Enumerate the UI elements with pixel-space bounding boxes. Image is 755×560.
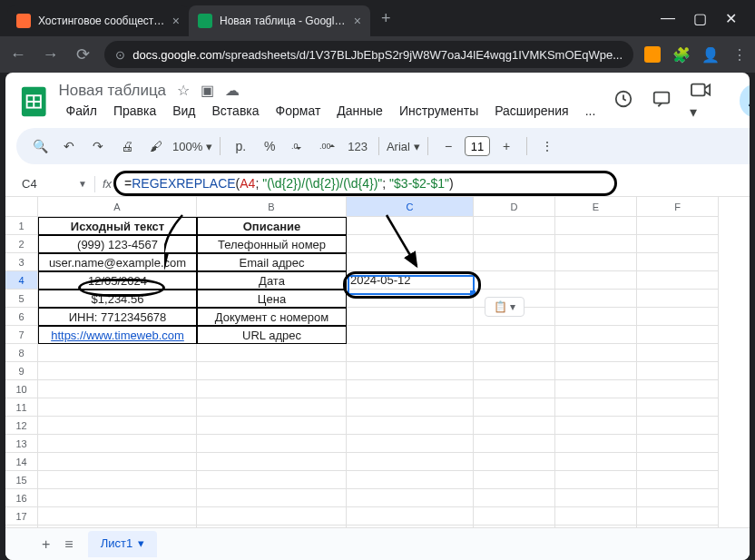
select-all-corner[interactable]: [5, 197, 38, 217]
row-header[interactable]: 15: [5, 471, 38, 489]
cell[interactable]: [38, 417, 197, 435]
percent-button[interactable]: %: [257, 133, 282, 159]
cloud-icon[interactable]: ☁: [225, 82, 240, 99]
close-icon[interactable]: ×: [172, 14, 180, 28]
cell[interactable]: [38, 380, 197, 398]
cell[interactable]: Телефонный номер: [197, 235, 347, 253]
cell[interactable]: [637, 235, 719, 253]
cell[interactable]: [347, 362, 474, 380]
cell[interactable]: [474, 271, 555, 290]
cell[interactable]: [555, 507, 637, 526]
cell[interactable]: [555, 271, 637, 290]
cell[interactable]: [474, 235, 555, 253]
new-tab-button[interactable]: +: [370, 9, 402, 28]
forward-icon[interactable]: →: [40, 45, 62, 64]
cell[interactable]: [347, 398, 474, 417]
column-header[interactable]: D: [474, 197, 555, 217]
cell[interactable]: [555, 362, 637, 380]
cell[interactable]: [637, 253, 719, 271]
sheet-tab[interactable]: Лист1 ▾: [88, 531, 157, 557]
cell[interactable]: [637, 471, 719, 489]
meet-icon[interactable]: ▾: [690, 80, 721, 121]
cell[interactable]: [474, 253, 555, 271]
row-header[interactable]: 12: [5, 417, 38, 435]
more-toolbar-icon[interactable]: ⋮: [534, 133, 560, 159]
cell[interactable]: [555, 489, 637, 507]
url-input[interactable]: ⊙ docs.google.com/spreadsheets/d/1V37BLJ…: [104, 41, 633, 68]
menu-icon[interactable]: ⋮: [731, 46, 748, 63]
undo-icon[interactable]: ↶: [56, 133, 82, 159]
cell[interactable]: [347, 507, 474, 526]
menu-file[interactable]: Файл: [58, 102, 103, 120]
cell[interactable]: [197, 507, 347, 526]
cell[interactable]: [474, 326, 555, 344]
cell[interactable]: [197, 362, 347, 380]
cell[interactable]: [38, 507, 197, 526]
cell[interactable]: [347, 308, 474, 326]
browser-tab-2[interactable]: Новая таблица - Google Табли... ×: [189, 5, 370, 36]
cell[interactable]: [555, 471, 637, 489]
cell[interactable]: [347, 453, 474, 471]
cell[interactable]: [197, 398, 347, 417]
cell[interactable]: [555, 398, 637, 417]
decrease-font-button[interactable]: −: [436, 133, 461, 159]
row-header[interactable]: 1: [5, 217, 38, 235]
cell[interactable]: [555, 308, 637, 326]
cell[interactable]: [637, 217, 719, 235]
cell[interactable]: [637, 380, 719, 398]
cell[interactable]: [474, 398, 555, 417]
row-header[interactable]: 13: [5, 435, 38, 453]
row-header[interactable]: 2: [5, 235, 38, 253]
row-header[interactable]: 11: [5, 398, 38, 417]
cell[interactable]: [637, 308, 719, 326]
cell[interactable]: (999) 123-4567: [38, 235, 197, 253]
cell[interactable]: [347, 417, 474, 435]
row-header[interactable]: 7: [5, 326, 38, 344]
paste-options-button[interactable]: 📋 ▾: [485, 297, 525, 317]
extension-icon[interactable]: [644, 46, 661, 63]
cell[interactable]: [637, 435, 719, 453]
cell[interactable]: [38, 435, 197, 453]
row-header[interactable]: 14: [5, 453, 38, 471]
cell[interactable]: [555, 417, 637, 435]
row-header[interactable]: 3: [5, 253, 38, 271]
formula-input[interactable]: =REGEXREPLACE(A4; "(\d{2})/(\d{2})/(\d{4…: [119, 174, 750, 193]
cell[interactable]: [637, 526, 719, 527]
row-header[interactable]: 4: [5, 271, 38, 290]
cell[interactable]: [474, 526, 555, 527]
cell[interactable]: ИНН: 7712345678: [38, 308, 197, 326]
reload-icon[interactable]: ⟳: [72, 44, 93, 64]
cell[interactable]: [38, 344, 197, 362]
cell[interactable]: [555, 435, 637, 453]
cell[interactable]: [637, 271, 719, 290]
cell[interactable]: [637, 489, 719, 507]
cell[interactable]: [555, 380, 637, 398]
history-icon[interactable]: [613, 89, 633, 113]
cell[interactable]: [197, 489, 347, 507]
print-icon[interactable]: 🖨: [114, 133, 140, 159]
cell[interactable]: [197, 471, 347, 489]
name-box-dropdown-icon[interactable]: ▼: [78, 179, 87, 189]
menu-insert[interactable]: Вставка: [205, 102, 267, 120]
cell[interactable]: Документ с номером: [197, 308, 347, 326]
sheet-dropdown-icon[interactable]: ▾: [138, 536, 144, 550]
row-header[interactable]: 16: [5, 489, 38, 507]
cell[interactable]: [347, 253, 474, 271]
cell[interactable]: [38, 489, 197, 507]
add-sheet-button[interactable]: +: [42, 536, 50, 553]
menu-extensions[interactable]: Расширения: [487, 102, 575, 120]
name-box[interactable]: C4: [16, 177, 71, 191]
cell[interactable]: [347, 290, 474, 308]
menu-edit[interactable]: Правка: [106, 102, 163, 120]
paint-format-icon[interactable]: 🖌: [143, 133, 169, 159]
column-header[interactable]: B: [197, 197, 347, 217]
cell[interactable]: [347, 435, 474, 453]
cell[interactable]: [637, 326, 719, 344]
site-info-icon[interactable]: ⊙: [115, 48, 125, 62]
cell[interactable]: [637, 417, 719, 435]
profile-icon[interactable]: 👤: [702, 46, 719, 63]
row-header[interactable]: 9: [5, 362, 38, 380]
cell[interactable]: [637, 290, 719, 308]
column-header[interactable]: C: [347, 197, 474, 217]
document-title[interactable]: Новая таблица: [58, 82, 166, 100]
